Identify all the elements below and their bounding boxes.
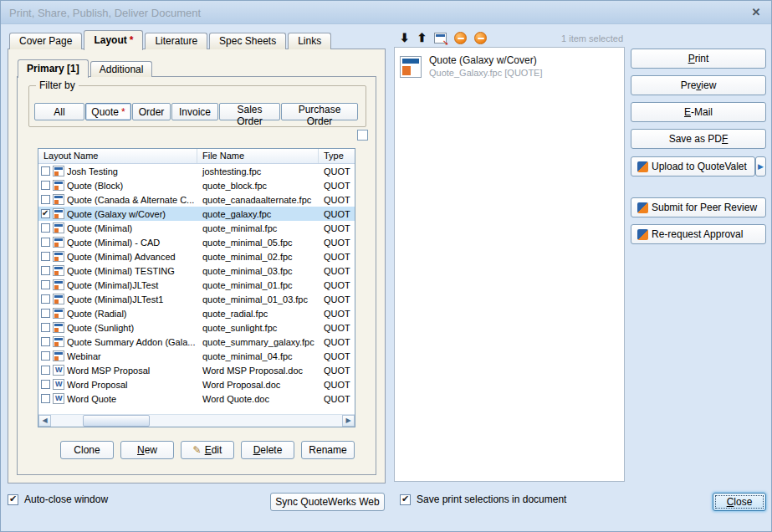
table-row[interactable]: Quote (Minimal) TESTING quote_minimal_03… — [38, 263, 355, 278]
file-name-cell: quote_summary_galaxy.fpc — [197, 337, 319, 347]
selected-item-subtitle: Quote_Galaxy.fpc [QUOTE] — [429, 67, 543, 79]
type-cell: QUOT — [319, 252, 355, 262]
table-row[interactable]: Quote (Minimal) Advanced quote_minimal_0… — [38, 249, 355, 263]
print-button[interactable]: Print — [631, 49, 766, 69]
table-row[interactable]: Word Quote Word Quote.doc QUOT — [38, 391, 355, 406]
filter-button-sales-order[interactable]: Sales Order — [219, 103, 280, 120]
table-row[interactable]: Quote Summary Addon (Gala... quote_summa… — [38, 335, 355, 349]
horizontal-scrollbar[interactable]: ◀ ▶ — [38, 414, 355, 427]
header-file-name[interactable]: File Name — [197, 149, 319, 163]
scroll-right-icon[interactable]: ▶ — [342, 415, 355, 427]
header-layout-name[interactable]: Layout Name — [38, 149, 197, 163]
filter-button-invoice[interactable]: Invoice — [171, 103, 218, 120]
close-button[interactable]: Close — [713, 493, 766, 511]
table-row[interactable]: Quote (Radial) quote_radial.fpc QUOT — [38, 306, 355, 320]
table-row[interactable]: Quote (Sunlight) quote_sunlight.fpc QUOT — [38, 320, 355, 335]
filter-button-purchase-order[interactable]: Purchase Order — [281, 103, 358, 120]
tab-layout[interactable]: Layout* — [84, 30, 143, 50]
filter-button-quote[interactable]: Quote* — [85, 103, 131, 120]
table-row[interactable]: Quote (Galaxy w/Cover) quote_galaxy.fpc … — [38, 207, 355, 221]
move-up-button[interactable]: ⬆ — [417, 30, 427, 45]
clone-button[interactable]: Clone — [60, 441, 114, 459]
email-button[interactable]: E-Mail — [631, 102, 766, 122]
tab-spec-sheets[interactable]: Spec Sheets — [209, 33, 286, 49]
autoclose-checkbox[interactable] — [8, 494, 18, 505]
header-type[interactable]: Type — [319, 149, 355, 163]
table-row[interactable]: Word MSP Proposal Word MSP Proposal.doc … — [38, 363, 355, 377]
rename-button[interactable]: Rename — [301, 441, 355, 459]
row-checkbox[interactable] — [41, 351, 50, 361]
row-checkbox[interactable] — [41, 366, 50, 375]
file-name-cell: quote_radial.fpc — [197, 309, 319, 319]
selected-item-title: Quote (Galaxy w/Cover) — [429, 54, 543, 67]
row-checkbox[interactable] — [41, 337, 50, 346]
upload-options-button[interactable]: ▶ — [755, 156, 766, 176]
table-row[interactable]: Quote (Minimal)JLTest quote_minimal_01.f… — [38, 278, 355, 292]
file-name-cell: quote_minimal_01_03.fpc — [197, 294, 319, 304]
tab-literature[interactable]: Literature — [145, 33, 207, 49]
table-row[interactable]: Josh Testing joshtesting.fpc QUOT — [38, 164, 355, 178]
save-as-pdf-button[interactable]: Save as PDF — [631, 129, 766, 149]
table-row[interactable]: Webinar quote_minimal_04.fpc QUOT — [38, 349, 355, 363]
delete-button[interactable]: Delete — [241, 441, 294, 459]
row-checkbox[interactable] — [41, 309, 50, 318]
selection-toolbar: ⬇ ⬆ — [400, 29, 487, 46]
selection-status: 1 item selected — [561, 33, 623, 43]
row-checkbox[interactable] — [41, 238, 50, 247]
layout-remove-icon — [434, 33, 447, 43]
move-down-button[interactable]: ⬇ — [400, 30, 410, 45]
row-checkbox[interactable] — [41, 280, 50, 289]
row-checkbox[interactable] — [41, 323, 50, 332]
preview-button[interactable]: Preview — [631, 75, 766, 95]
row-checkbox[interactable] — [41, 166, 50, 176]
row-checkbox[interactable] — [41, 294, 50, 304]
row-checkbox[interactable] — [41, 181, 50, 190]
subtab-additional[interactable]: Additional — [90, 61, 153, 77]
tab-links[interactable]: Links — [288, 33, 331, 49]
remove-all-button[interactable] — [474, 32, 487, 44]
row-checkbox[interactable] — [41, 266, 50, 275]
type-cell: QUOT — [319, 209, 355, 219]
selected-item[interactable]: Quote (Galaxy w/Cover) Quote_Galaxy.fpc … — [400, 52, 619, 82]
filter-button-order[interactable]: Order — [132, 103, 171, 120]
upload-to-quotevalet-button[interactable]: Upload to QuoteValet — [631, 156, 755, 176]
sync-quotewerks-web-button[interactable]: Sync QuoteWerks Web — [270, 493, 385, 511]
filter-button-all[interactable]: All — [34, 103, 84, 120]
table-row[interactable]: Word Proposal Word Proposal.doc QUOT — [38, 377, 355, 391]
close-icon[interactable]: ✕ — [749, 5, 764, 20]
scroll-thumb[interactable] — [83, 415, 150, 427]
file-name-cell: quote_minimal_04.fpc — [197, 351, 319, 361]
row-checkbox[interactable] — [41, 195, 50, 204]
remove-layout-button[interactable] — [434, 33, 447, 43]
row-checkbox[interactable] — [41, 380, 50, 389]
tab-cover-page[interactable]: Cover Page — [9, 33, 82, 49]
modified-marker: * — [121, 106, 125, 118]
title-bar[interactable]: Print, Share, Publish, Deliver Document … — [1, 1, 771, 24]
table-row[interactable]: Quote (Minimal) quote_minimal.fpc QUOT — [38, 221, 355, 235]
scroll-left-icon[interactable]: ◀ — [38, 415, 51, 427]
file-name-cell: Word Proposal.doc — [197, 380, 319, 390]
table-row[interactable]: Quote (Minimal) - CAD quote_minimal_05.f… — [38, 235, 355, 249]
layout-name-cell: Quote (Minimal) - CAD — [67, 238, 197, 248]
row-checkbox[interactable] — [41, 223, 50, 233]
column-options-button[interactable] — [357, 130, 368, 141]
pencil-icon: ✎ — [193, 444, 202, 456]
subtab-primary[interactable]: Primary [1] — [18, 59, 89, 78]
type-cell: QUOT — [319, 351, 355, 361]
saveprint-checkbox[interactable] — [400, 494, 411, 505]
layout-file-icon — [53, 308, 64, 319]
new-button[interactable]: New — [120, 441, 174, 459]
row-checkbox[interactable] — [41, 209, 50, 218]
rerequest-approval-button[interactable]: Re-request Approval — [631, 224, 766, 244]
table-row[interactable]: Quote (Block) quote_block.fpc QUOT — [38, 178, 355, 192]
submit-peer-review-button[interactable]: Submit for Peer Review — [631, 197, 766, 217]
primary-sub-page: Filter by All Quote* Order Invoice Sales… — [17, 76, 376, 475]
table-row[interactable]: Quote (Canada & Alternate C... quote_can… — [38, 192, 355, 207]
edit-button[interactable]: ✎Edit — [181, 441, 234, 459]
row-checkbox[interactable] — [41, 394, 50, 403]
remove-selected-button[interactable] — [454, 32, 467, 44]
table-row[interactable]: Quote (Minimal)JLTest1 quote_minimal_01_… — [38, 292, 355, 306]
row-checkbox[interactable] — [41, 252, 50, 261]
layout-file-icon — [53, 350, 64, 361]
modified-marker: * — [130, 34, 134, 46]
